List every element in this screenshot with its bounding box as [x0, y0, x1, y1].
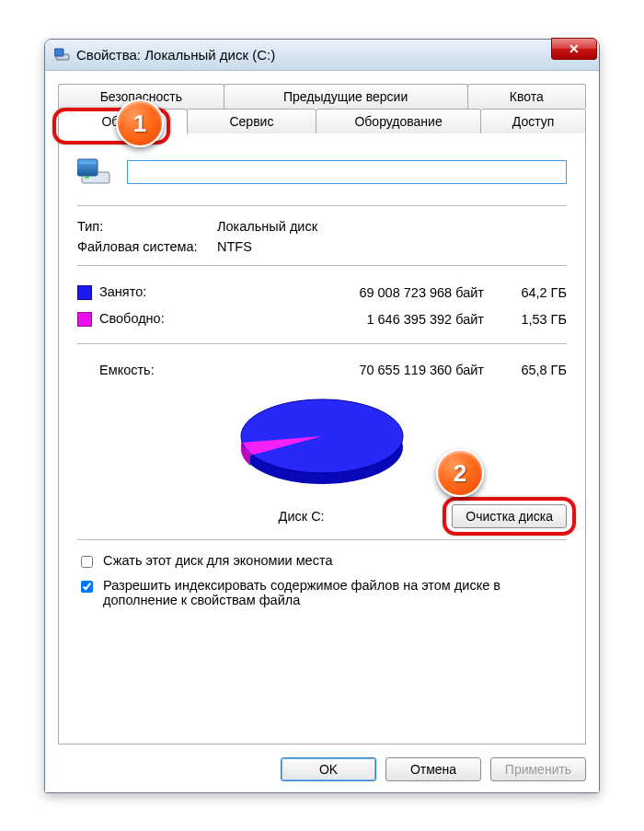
divider — [77, 205, 567, 206]
used-bytes: 69 008 723 968 байт — [245, 279, 484, 306]
annotation-badge-2: 2 — [436, 449, 484, 497]
tab-page-general: Тип: Локальный диск Файловая система: NT… — [58, 133, 586, 744]
tab-previous-versions[interactable]: Предыдущие версии — [224, 84, 468, 109]
close-button[interactable]: ✕ — [551, 38, 597, 60]
space-table: Занято: 69 008 723 968 байт 64,2 ГБ Своб… — [77, 279, 567, 332]
type-value: Локальный диск — [217, 219, 317, 234]
capacity-label: Емкость: — [99, 363, 155, 377]
tab-tools[interactable]: Сервис — [187, 109, 316, 134]
volume-label-input[interactable] — [127, 160, 567, 184]
compress-checkbox-row: Сжать этот диск для экономии места — [77, 553, 567, 571]
client-area: Безопасность Предыдущие версии Квота Общ… — [45, 71, 599, 792]
compress-checkbox[interactable] — [81, 556, 93, 568]
drive-large-icon — [77, 156, 114, 189]
free-label: Свободно: — [99, 311, 165, 326]
titlebar[interactable]: Свойства: Локальный диск (C:) ✕ — [45, 40, 599, 71]
divider — [77, 265, 567, 266]
cancel-button[interactable]: Отмена — [385, 757, 481, 781]
ok-button[interactable]: OK — [281, 757, 376, 781]
disk-cleanup-button[interactable]: Очистка диска — [452, 504, 567, 528]
tab-sharing[interactable]: Доступ — [480, 109, 586, 134]
tab-hardware[interactable]: Оборудование — [316, 109, 481, 134]
free-swatch — [77, 312, 92, 327]
used-space-row: Занято: 69 008 723 968 байт 64,2 ГБ — [77, 279, 567, 306]
free-gb: 1,53 ГБ — [484, 306, 567, 332]
dialog-button-bar: OK Отмена Применить — [58, 744, 586, 781]
free-space-row: Свободно: 1 646 395 392 байт 1,53 ГБ — [77, 306, 567, 332]
pie-chart — [77, 394, 567, 499]
close-icon: ✕ — [569, 41, 580, 56]
capacity-bytes: 70 655 119 360 байт — [233, 357, 484, 383]
capacity-row: Емкость: 70 655 119 360 байт 65,8 ГБ — [77, 357, 567, 383]
divider — [77, 539, 567, 540]
compress-label: Сжать этот диск для экономии места — [103, 553, 332, 568]
type-label: Тип: — [77, 219, 217, 234]
index-label: Разрешить индексировать содержимое файло… — [103, 578, 567, 607]
used-swatch — [77, 285, 92, 300]
used-label: Занято: — [99, 284, 146, 299]
filesystem-value: NTFS — [217, 239, 252, 254]
window-title: Свойства: Локальный диск (C:) — [76, 47, 593, 63]
svg-rect-4 — [77, 159, 98, 176]
divider — [77, 343, 567, 344]
index-checkbox[interactable] — [81, 581, 93, 593]
svg-rect-1 — [54, 49, 63, 56]
annotation-badge-1: 1 — [116, 99, 164, 147]
capacity-gb: 65,8 ГБ — [484, 357, 567, 383]
properties-dialog: Свойства: Локальный диск (C:) ✕ Безопасн… — [44, 39, 600, 793]
apply-button[interactable]: Применить — [490, 757, 586, 781]
used-gb: 64,2 ГБ — [484, 279, 567, 306]
free-bytes: 1 646 395 392 байт — [245, 306, 484, 332]
index-checkbox-row: Разрешить индексировать содержимое файло… — [77, 578, 567, 607]
drive-icon — [54, 47, 71, 63]
pie-label: Диск C: — [77, 509, 452, 524]
tab-quota[interactable]: Квота — [467, 84, 586, 109]
filesystem-label: Файловая система: — [77, 239, 217, 254]
